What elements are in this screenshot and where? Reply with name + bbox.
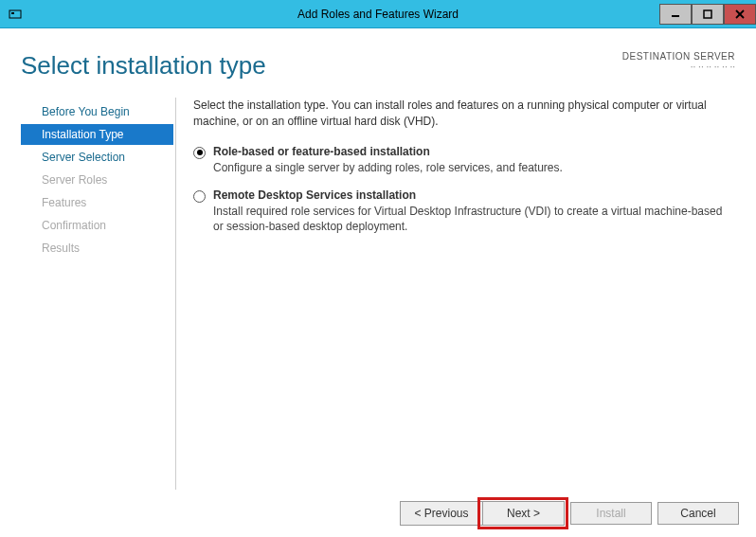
- install-button: Install: [570, 502, 652, 525]
- destination-value: ·· ·· ·· ·· ·· ··: [622, 62, 735, 72]
- next-button[interactable]: Next >: [482, 502, 564, 525]
- radio-remote-desktop[interactable]: [193, 190, 206, 203]
- sidebar-item-features: Features: [21, 192, 173, 213]
- radio-role-based[interactable]: [193, 147, 206, 159]
- sidebar-item-installation-type[interactable]: Installation Type: [21, 124, 173, 145]
- minimize-button[interactable]: [659, 4, 692, 25]
- main-panel: Select the installation type. You can in…: [176, 98, 735, 490]
- wizard-steps-sidebar: Before You Begin Installation Type Serve…: [21, 98, 176, 490]
- app-icon: [6, 5, 25, 24]
- wizard-content: Select installation type DESTINATION SER…: [0, 28, 756, 490]
- page-title: Select installation type: [21, 51, 266, 81]
- option-role-based[interactable]: Role-based or feature-based installation…: [193, 145, 735, 175]
- close-button[interactable]: [724, 4, 756, 25]
- svg-rect-1: [11, 12, 14, 14]
- sidebar-item-before-you-begin[interactable]: Before You Begin: [21, 101, 173, 122]
- option-body: Remote Desktop Services installation Ins…: [213, 188, 735, 234]
- destination-label: DESTINATION SERVER: [622, 51, 735, 62]
- sidebar-item-server-selection[interactable]: Server Selection: [21, 147, 173, 168]
- option-title: Role-based or feature-based installation: [213, 145, 735, 158]
- svg-rect-3: [704, 10, 711, 18]
- option-body: Role-based or feature-based installation…: [213, 145, 735, 175]
- titlebar: Add Roles and Features Wizard: [0, 0, 756, 28]
- nav-button-pair: < Previous Next >: [400, 501, 565, 526]
- window-controls: [659, 4, 756, 25]
- sidebar-item-server-roles: Server Roles: [21, 170, 173, 190]
- body-row: Before You Begin Installation Type Serve…: [21, 98, 735, 490]
- option-desc: Install required role services for Virtu…: [213, 204, 735, 234]
- intro-text: Select the installation type. You can in…: [193, 98, 735, 130]
- sidebar-item-confirmation: Confirmation: [21, 215, 173, 236]
- destination-block: DESTINATION SERVER ·· ·· ·· ·· ·· ··: [622, 51, 735, 72]
- maximize-button[interactable]: [692, 4, 724, 25]
- cancel-button[interactable]: Cancel: [657, 502, 739, 525]
- option-remote-desktop[interactable]: Remote Desktop Services installation Ins…: [193, 188, 735, 234]
- sidebar-item-results: Results: [21, 238, 173, 259]
- window-title: Add Roles and Features Wizard: [0, 8, 756, 21]
- svg-rect-0: [9, 10, 21, 18]
- option-desc: Configure a single server by adding role…: [213, 160, 735, 175]
- previous-button[interactable]: < Previous: [401, 502, 482, 525]
- header-row: Select installation type DESTINATION SER…: [21, 51, 735, 81]
- wizard-footer: < Previous Next > Install Cancel: [0, 490, 756, 537]
- option-title: Remote Desktop Services installation: [213, 188, 735, 202]
